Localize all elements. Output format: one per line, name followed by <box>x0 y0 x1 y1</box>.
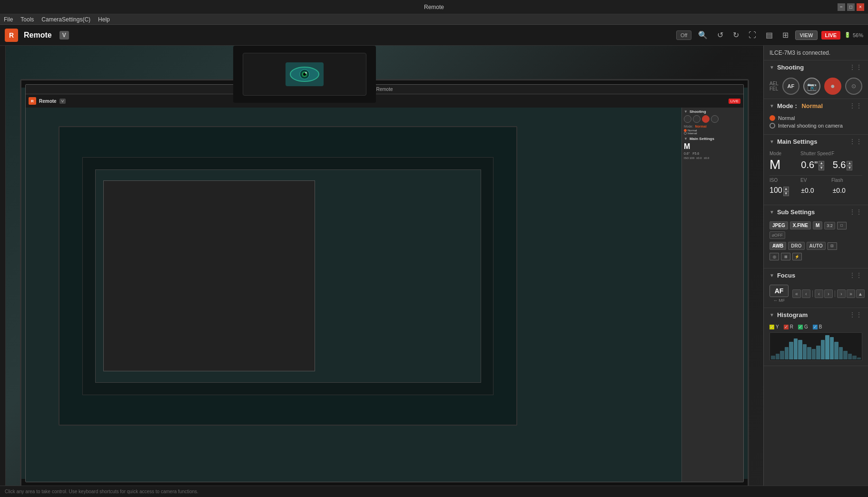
ratio-badge[interactable]: 3:2 <box>824 222 835 229</box>
rotate-left-icon[interactable]: ↺ <box>714 29 726 41</box>
dro-badge[interactable]: DRO <box>788 242 804 250</box>
focus-section-header[interactable]: ▼ Focus ⋮⋮ <box>764 268 868 282</box>
hist-r-text: R <box>790 324 793 329</box>
iso-down[interactable]: ▼ <box>783 191 789 196</box>
histogram-bar <box>848 354 852 359</box>
monitor-inner-app: Remote R Remote V LIVE <box>25 84 744 482</box>
hist-g-label[interactable]: ✓ G <box>798 324 808 329</box>
hist-r-label[interactable]: ✓ R <box>784 324 793 329</box>
focus-area-icon[interactable]: ⊞ <box>781 253 790 260</box>
maximize-button[interactable]: □ <box>847 3 855 11</box>
settings-values-row: M 0.6" ▲ ▼ 5.6 ▲ ▼ <box>769 158 862 171</box>
focus-right-fast[interactable]: › <box>837 289 846 298</box>
radio-interval-label: Interval shooting on camera <box>778 123 843 129</box>
layout2-icon[interactable]: ⊞ <box>779 29 791 41</box>
shutter-stepper[interactable]: ▲ ▼ <box>819 161 824 170</box>
f-down[interactable]: ▼ <box>847 166 852 170</box>
zoom-out-icon[interactable]: 🔍 <box>695 29 710 41</box>
hist-y-checkbox[interactable]: ✓ <box>769 325 774 329</box>
layout1-icon[interactable]: ▤ <box>763 29 776 41</box>
shooting-controls: AEL FEL AF 📷 ● ⊙ <box>769 78 862 95</box>
histogram-chart <box>769 332 862 361</box>
ael-fel-row: AEL FEL AF 📷 ● ⊙ <box>769 78 862 95</box>
mode-section-header[interactable]: ▼ Mode : Normal ⋮⋮ <box>764 99 868 112</box>
radio-interval[interactable]: Interval shooting on camera <box>769 123 862 129</box>
radio-normal[interactable]: Normal <box>769 115 862 121</box>
focus-left-fast[interactable]: ‹ <box>802 289 810 298</box>
hist-g-checkbox[interactable]: ✓ <box>798 325 803 329</box>
histogram-bar <box>776 354 780 359</box>
camera-eye-logo <box>286 62 324 86</box>
hist-y-label[interactable]: ✓ Y <box>769 324 779 329</box>
metering-icon[interactable]: ◎ <box>769 253 779 260</box>
rotate-right-icon[interactable]: ↻ <box>730 29 742 41</box>
close-button[interactable]: × <box>857 3 864 11</box>
connection-status: ILCE-7M3 is connected. <box>764 46 868 60</box>
histogram-bar <box>816 346 820 359</box>
histogram-bar <box>780 351 784 359</box>
shutter-up[interactable]: ▲ <box>819 161 824 166</box>
iso-values-row: 100 ▲ ▼ ±0.0 ±0.0 <box>769 185 862 196</box>
iso-stepper[interactable]: ▲ ▼ <box>783 187 789 196</box>
title-bar: Remote − □ × <box>0 0 868 14</box>
m-badge[interactable]: M <box>813 221 822 229</box>
mode-section-content: Normal Interval shooting on camera <box>764 112 868 134</box>
sub-settings-header[interactable]: ▼ Sub Settings ⋮⋮ <box>764 205 868 219</box>
histogram-section-header[interactable]: ▼ Histogram ⋮⋮ <box>764 308 868 321</box>
shutter-down[interactable]: ▼ <box>819 166 824 170</box>
sub-settings-content: JPEG X.FINE M 3:2 □ ⌀OFF AWB DRO AUTO ⊡ … <box>764 219 868 268</box>
sub-row-3: ◎ ⊞ ⚡ <box>769 253 862 260</box>
focus-far-left[interactable]: « <box>792 289 801 298</box>
hist-b-checkbox[interactable]: ✓ <box>813 325 818 329</box>
flash-icon[interactable]: ⚡ <box>792 253 802 260</box>
iso-labels-row: ISO EV Flash <box>769 178 862 184</box>
live-button[interactable]: LIVE <box>821 31 840 40</box>
flash-label-col: Flash <box>831 178 862 184</box>
shutter-button[interactable]: 📷 <box>803 78 820 95</box>
mf-label: ↔ MF <box>769 298 789 303</box>
sub-row-2: AWB DRO AUTO ⊡ <box>769 242 862 250</box>
hist-b-label[interactable]: ✓ B <box>813 324 822 329</box>
menu-help[interactable]: Help <box>98 16 110 23</box>
iso-up[interactable]: ▲ <box>783 187 789 191</box>
menu-camera-settings[interactable]: CameraSettings(C) <box>41 16 90 23</box>
fullscreen-icon[interactable]: ⛶ <box>746 29 759 41</box>
record-button[interactable]: ● <box>824 78 841 95</box>
focus-left-slow[interactable]: ‹ <box>815 289 823 298</box>
focus-right-slow[interactable]: › <box>824 289 833 298</box>
hist-r-checkbox[interactable]: ✓ <box>784 325 789 329</box>
shooting-section-header[interactable]: ▼ Shooting ⋮⋮ <box>764 60 868 74</box>
f-value: 5.6 <box>833 160 846 169</box>
histogram-bar <box>830 337 834 359</box>
awb-badge[interactable]: AWB <box>769 242 786 250</box>
view-button[interactable]: VIEW <box>795 30 817 40</box>
camera-hardware <box>233 46 376 103</box>
main-settings-header[interactable]: ▼ Main Settings ⋮⋮ <box>764 135 868 148</box>
mode-value-col: M <box>769 158 799 171</box>
status-bar-text: Click any area to take control. Use keyb… <box>5 489 198 494</box>
iso-label-col: ISO <box>769 178 800 184</box>
auto-badge[interactable]: AUTO <box>807 242 826 250</box>
xfine-badge[interactable]: X.FINE <box>790 221 811 229</box>
jpeg-badge[interactable]: JPEG <box>769 221 788 229</box>
mini-af-btn <box>684 115 691 123</box>
minimize-button[interactable]: − <box>838 3 845 11</box>
mini-v: V <box>59 99 66 104</box>
f-col-label: F <box>831 151 834 156</box>
camera-view: Remote R Remote V LIVE <box>6 46 763 497</box>
af-button[interactable]: AF <box>782 78 799 95</box>
monitor-inner-title: Remote <box>376 87 393 92</box>
f-stepper[interactable]: ▲ ▼ <box>847 161 852 170</box>
histogram-bar <box>821 340 825 359</box>
focus-far-right[interactable]: » <box>847 289 855 298</box>
menu-tools[interactable]: Tools <box>20 16 34 23</box>
f-up[interactable]: ▲ <box>847 161 852 166</box>
mode-section: ▼ Mode : Normal ⋮⋮ Normal Interval shoot… <box>764 99 868 135</box>
focus-chevron: ▼ <box>769 273 774 278</box>
menu-file[interactable]: File <box>4 16 13 23</box>
focus-up[interactable]: ▲ <box>856 289 865 298</box>
focus-content: AF ↔ MF « ‹ ‹ › › » ▲ <box>764 282 868 308</box>
custom-button[interactable]: ⊙ <box>845 78 862 95</box>
off-button[interactable]: Off <box>676 30 691 40</box>
f-col: F <box>831 151 862 157</box>
